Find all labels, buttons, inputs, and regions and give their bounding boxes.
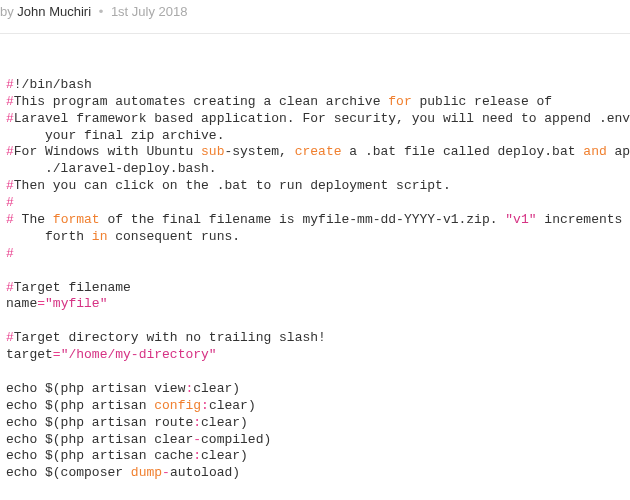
code-block: #!/bin/bash #This program automates crea… [0,60,630,482]
by-label: by [0,4,14,19]
cmd-echo: echo [6,465,37,480]
hash: # [6,77,14,92]
cmd-echo: echo [6,398,37,413]
str: "/home/my-directory" [61,347,217,362]
code-text: $(composer [37,465,131,480]
code-text: For Windows with Ubuntu [14,144,201,159]
code-text: clear) [209,398,256,413]
author-link[interactable]: John Muchiri [17,4,91,19]
code-text: Target directory with no trailing slash! [14,330,326,345]
code-text: of the final filename is myfile-mm-dd-YY… [100,212,506,227]
kw-sub: sub [201,144,224,159]
code-text: $(php artisan [37,398,154,413]
post-date: 1st July 2018 [111,4,188,19]
hash: # [6,246,14,261]
hash: # [6,111,14,126]
code-text: clear) [201,448,248,463]
code-text: Target filename [14,280,131,295]
code-text: $(php artisan view [37,381,185,396]
str: "v1" [505,212,536,227]
op-dash: - [193,432,201,447]
kw-and: and [583,144,606,159]
code-text: $(php artisan cache [37,448,193,463]
code-text: -system, [224,144,294,159]
kw-in: in [92,229,108,244]
code-text: Then you can click on the .bat to run de… [14,178,451,193]
op-colon: : [193,415,201,430]
code-text: consequent runs. [107,229,240,244]
kw-create: create [295,144,342,159]
code-text: $(php artisan route [37,415,193,430]
op-dash: - [162,465,170,480]
hash: # [6,212,14,227]
code-text: public release of [412,94,552,109]
cmd-echo: echo [6,415,37,430]
code-text: $(php artisan clear [37,432,193,447]
code-text: Laravel framework based application. For… [14,111,630,126]
kw-for: for [388,94,411,109]
cmd-echo: echo [6,432,37,447]
kw-config: config [154,398,201,413]
code-text: !/bin/bash [14,77,92,92]
op-eq: = [53,347,61,362]
code-text: your final zip archive. [6,128,224,143]
code-text: ap [607,144,630,159]
kw-dump: dump [131,465,162,480]
hash: # [6,280,14,295]
code-text: increments [537,212,630,227]
code-text: compiled) [201,432,271,447]
code-text: ./laravel-deploy.bash. [6,161,217,176]
code-text: a .bat file called deploy.bat [341,144,583,159]
str: "myfile" [45,296,107,311]
code-text: The [14,212,53,227]
op-colon: : [201,398,209,413]
hash: # [6,330,14,345]
code-text: autoload) [170,465,240,480]
cmd-echo: echo [6,381,37,396]
hash: # [6,178,14,193]
var-target: target [6,347,53,362]
hash: # [6,94,14,109]
hash: # [6,144,14,159]
cmd-echo: echo [6,448,37,463]
post-meta: by John Muchiri • 1st July 2018 [0,0,630,34]
code-text: forth [6,229,92,244]
hash: # [6,195,14,210]
code-text: clear) [201,415,248,430]
kw-format: format [53,212,100,227]
op-eq: = [37,296,45,311]
op-colon: : [193,448,201,463]
meta-separator: • [99,4,104,19]
var-name: name [6,296,37,311]
code-text: This program automates creating a clean … [14,94,388,109]
code-text: clear) [193,381,240,396]
